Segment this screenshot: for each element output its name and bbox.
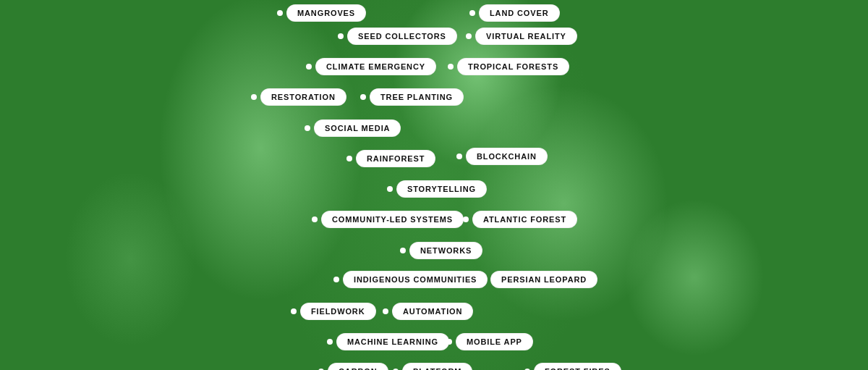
bullet-community-led xyxy=(312,216,318,222)
tag-virtual-reality[interactable]: VIRTUAL REALITY xyxy=(466,28,577,45)
tag-networks[interactable]: NETWORKS xyxy=(400,242,482,259)
bullet-mangroves xyxy=(277,10,283,16)
tag-fieldwork[interactable]: FIELDWORK xyxy=(291,303,376,320)
label-atlantic-forest: ATLANTIC FOREST xyxy=(472,211,577,228)
tag-mobile-app[interactable]: MOBILE APP xyxy=(446,333,533,350)
label-tree-planting: TREE PLANTING xyxy=(370,88,464,106)
label-social-media: SOCIAL MEDIA xyxy=(314,119,401,137)
tag-machine-learning[interactable]: MACHINE LEARNING xyxy=(327,333,449,350)
label-storytelling: STORYTELLING xyxy=(396,180,487,198)
tag-mangroves[interactable]: MANGROVES xyxy=(277,4,366,22)
bullet-persian-leopard xyxy=(481,277,487,282)
tag-community-led[interactable]: COMMUNITY-LED SYSTEMS xyxy=(312,211,464,228)
tag-social-media[interactable]: SOCIAL MEDIA xyxy=(305,119,401,137)
label-seed-collectors: SEED COLLECTORS xyxy=(347,28,457,45)
tag-atlantic-forest[interactable]: ATLANTIC FOREST xyxy=(463,211,577,228)
tag-seed-collectors[interactable]: SEED COLLECTORS xyxy=(338,28,457,45)
tag-forest-fires[interactable]: FOREST FIRES xyxy=(524,363,621,370)
bullet-blockchain xyxy=(456,154,462,159)
label-blockchain: BLOCKCHAIN xyxy=(466,148,548,165)
label-persian-leopard: PERSIAN LEOPARD xyxy=(490,271,597,288)
bullet-climate-emergency xyxy=(306,64,312,70)
tag-indigenous[interactable]: INDIGENOUS COMMUNITIES xyxy=(333,271,488,288)
bullet-land-cover xyxy=(469,10,475,16)
label-networks: NETWORKS xyxy=(409,242,482,259)
label-climate-emergency: CLIMATE EMERGENCY xyxy=(315,58,436,75)
label-carbon: CARBON xyxy=(328,363,388,370)
bullet-mobile-app xyxy=(446,339,452,345)
tag-storytelling[interactable]: STORYTELLING xyxy=(387,180,487,198)
bullet-storytelling xyxy=(387,186,393,192)
bullet-tropical-forests xyxy=(448,64,454,70)
bullet-social-media xyxy=(305,125,310,131)
bullet-seed-collectors xyxy=(338,33,344,39)
bullet-virtual-reality xyxy=(466,33,472,39)
label-restoration: RESTORATION xyxy=(260,88,346,106)
bullet-rainforest xyxy=(346,156,352,161)
bullet-indigenous xyxy=(333,277,339,282)
tag-blockchain[interactable]: BLOCKCHAIN xyxy=(456,148,548,165)
tag-climate-emergency[interactable]: CLIMATE EMERGENCY xyxy=(306,58,436,75)
label-virtual-reality: VIRTUAL REALITY xyxy=(475,28,577,45)
tag-persian-leopard[interactable]: PERSIAN LEOPARD xyxy=(481,271,597,288)
label-land-cover: LAND COVER xyxy=(479,4,560,22)
bullet-networks xyxy=(400,248,406,253)
label-fieldwork: FIELDWORK xyxy=(300,303,376,320)
label-mobile-app: MOBILE APP xyxy=(456,333,533,350)
label-forest-fires: FOREST FIRES xyxy=(534,363,621,370)
label-machine-learning: MACHINE LEARNING xyxy=(336,333,449,350)
tag-tree-planting[interactable]: TREE PLANTING xyxy=(360,88,464,106)
tag-tropical-forests[interactable]: TROPICAL FORESTS xyxy=(448,58,569,75)
tag-land-cover[interactable]: LAND COVER xyxy=(469,4,560,22)
bullet-automation xyxy=(383,308,388,314)
label-community-led: COMMUNITY-LED SYSTEMS xyxy=(321,211,464,228)
label-automation: AUTOMATION xyxy=(392,303,473,320)
label-indigenous: INDIGENOUS COMMUNITIES xyxy=(343,271,488,288)
bullet-restoration xyxy=(251,94,257,100)
tags-container: MANGROVESLAND COVERSEED COLLECTORSVIRTUA… xyxy=(0,0,868,370)
tag-rainforest[interactable]: RAINFOREST xyxy=(346,150,435,167)
tag-platform[interactable]: PLATFORM xyxy=(393,363,472,370)
bullet-tree-planting xyxy=(360,94,366,100)
bullet-machine-learning xyxy=(327,339,333,345)
label-mangroves: MANGROVES xyxy=(286,4,366,22)
label-platform: PLATFORM xyxy=(402,363,472,370)
label-tropical-forests: TROPICAL FORESTS xyxy=(457,58,569,75)
tag-restoration[interactable]: RESTORATION xyxy=(251,88,346,106)
tag-automation[interactable]: AUTOMATION xyxy=(383,303,473,320)
tag-carbon[interactable]: CARBON xyxy=(318,363,388,370)
label-rainforest: RAINFOREST xyxy=(356,150,435,167)
bullet-atlantic-forest xyxy=(463,216,469,222)
bullet-fieldwork xyxy=(291,308,297,314)
